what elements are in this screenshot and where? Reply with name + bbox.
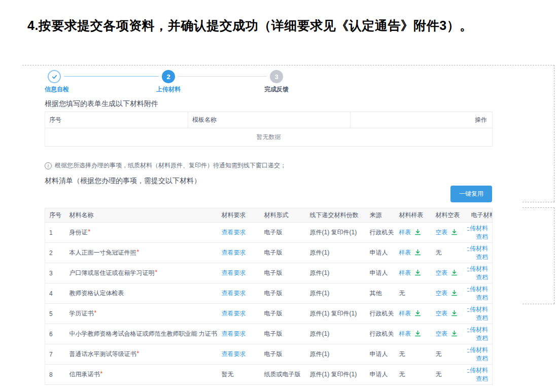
check-archive-link[interactable]: 查档: [476, 294, 488, 302]
upload-material-link[interactable]: 上传材料: [467, 265, 489, 273]
upload-material-link[interactable]: 上传材料: [467, 305, 489, 314]
cell-source: 行政机关: [366, 304, 395, 324]
step-3-label: 完成反馈: [246, 85, 307, 94]
cell-blank: 空表: [432, 223, 467, 243]
blank-form-link[interactable]: 空表: [436, 269, 448, 276]
sample-form-link[interactable]: 样表: [399, 310, 411, 317]
step-2-circle: 2: [162, 70, 175, 83]
sample-form-link[interactable]: 样表: [399, 330, 411, 337]
sample-form-link[interactable]: 样表: [399, 249, 411, 256]
electronic-links: 上传材料查档: [471, 285, 489, 302]
blank-form-link[interactable]: 空表: [436, 229, 448, 236]
generated-section-heading: 根据您填写的表单生成以下材料附件: [45, 99, 158, 109]
stepper-connector-pending: [178, 76, 267, 77]
blank-form-link[interactable]: 空表: [436, 310, 448, 317]
view-requirement-link[interactable]: 查看要求: [222, 290, 246, 297]
check-icon: [51, 74, 58, 80]
view-requirement-link[interactable]: 查看要求: [222, 229, 246, 236]
sample-form-link[interactable]: 样表: [399, 269, 411, 276]
check-archive-link[interactable]: 查档: [476, 314, 488, 323]
step-3-circle: 3: [270, 70, 283, 83]
material-section-heading: 材料清单（根据您办理的事项，需提交以下材料）: [45, 176, 201, 186]
material-name: 身份证: [69, 229, 88, 236]
page: 4.按要求提交各项资料，并确认提交成功（详细要求见《认定通告》附件3）。 2 3…: [0, 0, 557, 392]
cell-material-name: 中小学教师资格考试合格证或师范生教师职业能 力证书*: [65, 324, 218, 344]
download-icon[interactable]: [451, 290, 458, 296]
column-header: 电子材料: [467, 208, 493, 223]
required-asterisk: *: [137, 248, 140, 256]
view-requirement-link[interactable]: 查看要求: [222, 269, 246, 276]
upload-material-link[interactable]: 上传材料: [467, 346, 489, 354]
view-requirement-link[interactable]: 查看要求: [222, 350, 246, 358]
info-icon: i: [45, 162, 52, 169]
table-row: 8信用承诺书*暂无纸质或电子版原件(1) 复印件(1)申请人无无上传材料查档: [45, 365, 493, 385]
material-name: 信用承诺书: [69, 371, 100, 378]
check-archive-link[interactable]: 查档: [476, 273, 488, 282]
download-icon[interactable]: [414, 330, 421, 337]
download-icon[interactable]: [414, 269, 421, 276]
view-requirement-link[interactable]: 查看要求: [222, 310, 246, 317]
check-archive-link[interactable]: 查档: [476, 375, 488, 383]
required-asterisk: *: [155, 269, 158, 276]
cell-copies: 原件(1): [306, 344, 366, 365]
electronic-links: 上传材料查档: [471, 244, 489, 262]
cell-electronic: 上传材料查档: [467, 324, 493, 344]
cell-form: 电子版: [260, 223, 306, 243]
view-requirement-link[interactable]: 查看要求: [222, 330, 246, 337]
download-icon[interactable]: [451, 330, 458, 337]
upload-material-link[interactable]: 上传材料: [467, 224, 489, 233]
view-requirement-link[interactable]: 查看要求: [222, 249, 246, 256]
material-name: 中小学教师资格考试合格证或师范生教师职业能 力证书: [69, 330, 217, 337]
cell-sample: 样表: [395, 263, 432, 283]
check-archive-link[interactable]: 查档: [476, 354, 488, 363]
material-name: 学历证书: [69, 310, 94, 317]
blank-form-link[interactable]: 空表: [436, 290, 448, 297]
none-text: 无: [399, 371, 405, 378]
electronic-links: 上传材料查档: [471, 305, 489, 323]
cell-requirement: 查看要求: [218, 243, 260, 263]
download-icon[interactable]: [414, 249, 421, 256]
cell-requirement: 查看要求: [218, 304, 260, 324]
check-archive-link[interactable]: 查档: [476, 334, 488, 343]
none-text: 无: [399, 350, 405, 358]
sample-form-link[interactable]: 样表: [399, 229, 411, 236]
download-icon[interactable]: [451, 229, 458, 235]
column-header-seq: 序号: [45, 112, 188, 128]
cell-requirement: 查看要求: [218, 324, 260, 344]
cell-form: 电子版: [260, 304, 306, 324]
cell-material-name: 身份证*: [65, 223, 218, 243]
one-click-reuse-button[interactable]: 一键复用: [450, 186, 492, 202]
cell-blank: 无: [432, 344, 467, 365]
check-archive-link[interactable]: 查档: [476, 233, 488, 241]
cell-blank: 空表: [432, 283, 467, 304]
cell-source: 申请人: [366, 344, 395, 365]
column-header: 材料形式: [260, 208, 306, 223]
cell-material-name: 户口簿或居住证或在籍学习证明*: [65, 263, 218, 283]
electronic-links: 上传材料查档: [471, 346, 489, 363]
upload-material-link[interactable]: 上传材料: [467, 244, 489, 253]
download-icon[interactable]: [451, 269, 458, 276]
dashed-border-right-upper: [554, 65, 554, 202]
upload-material-link[interactable]: 上传材料: [467, 285, 489, 294]
cell-sample: 无: [395, 365, 432, 385]
cell-seq: 6: [45, 324, 65, 344]
none-text: 无: [436, 371, 442, 378]
check-archive-link[interactable]: 查档: [476, 253, 488, 262]
blank-form-link[interactable]: 空表: [436, 330, 448, 337]
cell-seq: 2: [45, 243, 65, 263]
stepper: 2 3 信息自检 上传材料 完成反馈: [45, 69, 492, 97]
step-2-label: 上传材料: [138, 85, 199, 94]
download-icon[interactable]: [451, 310, 458, 316]
upload-material-link[interactable]: 上传材料: [467, 326, 489, 334]
table-row: 3户口簿或居住证或在籍学习证明*查看要求电子版原件(1)申请人样表空表上传材料查…: [45, 263, 493, 283]
material-name: 教师资格认定体检表: [69, 290, 124, 297]
none-text: 无: [436, 350, 442, 358]
cell-copies: 原件(1) 复印件(1): [306, 223, 366, 243]
cell-source: 申请人: [366, 243, 395, 263]
download-icon[interactable]: [414, 229, 421, 235]
upload-material-link[interactable]: 上传材料: [467, 366, 489, 375]
cell-source: 行政机关: [366, 223, 395, 243]
cell-material-name: 信用承诺书*: [65, 365, 218, 385]
cell-form: 纸质或电子版: [260, 365, 306, 385]
download-icon[interactable]: [414, 310, 421, 316]
